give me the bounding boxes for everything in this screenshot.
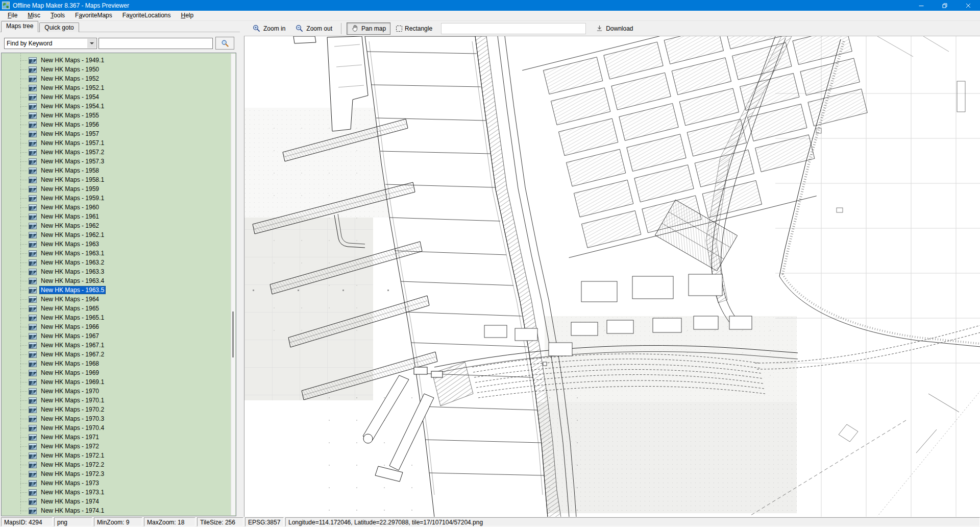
tree-item[interactable]: New HK Maps - 1972.2 (2, 460, 230, 469)
tree-item[interactable]: New HK Maps - 1965 (2, 304, 230, 313)
tree-item[interactable]: New HK Maps - 1963.2 (2, 258, 230, 267)
tree-item[interactable]: New HK Maps - 1963.4 (2, 276, 230, 285)
tree-item-label: New HK Maps - 1963.1 (39, 249, 106, 257)
tree-item[interactable]: New HK Maps - 1958 (2, 166, 230, 175)
map-image-icon (29, 223, 37, 229)
tree-item[interactable]: New HK Maps - 1955 (2, 111, 230, 120)
menu-tools[interactable]: Tools (45, 11, 70, 20)
tree-item[interactable]: New HK Maps - 1967 (2, 331, 230, 341)
menu-help[interactable]: Help (176, 11, 199, 20)
search-row: Find by Keyword (4, 36, 238, 49)
tree-item[interactable]: New HK Maps - 1974 (2, 497, 230, 506)
status-max-zoom: MaxZoom: 18 (144, 517, 195, 526)
tree-item[interactable]: New HK Maps - 1970.2 (2, 405, 230, 414)
tree-scrollbar-thumb[interactable] (232, 312, 234, 357)
panel-splitter[interactable] (240, 21, 244, 517)
toolbar-input[interactable] (441, 23, 586, 34)
menu-misc[interactable]: Misc (22, 11, 45, 20)
tree-item[interactable]: New HK Maps - 1962 (2, 221, 230, 230)
chevron-down-icon (90, 42, 94, 46)
find-mode-combobox[interactable]: Find by Keyword (4, 38, 97, 49)
rectangle-button[interactable]: Rectangle (391, 22, 437, 35)
tree-item[interactable]: New HK Maps - 1970 (2, 387, 230, 396)
tree-item[interactable]: New HK Maps - 1967.1 (2, 341, 230, 350)
menu-file[interactable]: File (3, 11, 22, 20)
toolbar-separator (341, 23, 341, 34)
status-maps-id: MapsID: 4294 (1, 517, 53, 526)
title-bar[interactable]: Offline Map Maker 8.367 - Maps Previewer (0, 0, 980, 11)
tree-item[interactable]: New HK Maps - 1957.3 (2, 157, 230, 166)
tree-item[interactable]: New HK Maps - 1957.1 (2, 138, 230, 148)
tree-item[interactable]: New HK Maps - 1969 (2, 368, 230, 377)
tree-item[interactable]: New HK Maps - 1950 (2, 65, 230, 74)
map-image-icon (29, 57, 37, 64)
tree-scrollbar[interactable] (231, 54, 235, 515)
zoom-out-button[interactable]: Zoom out (291, 22, 337, 35)
tree-item[interactable]: New HK Maps - 1972.3 (2, 469, 230, 478)
zoom-in-button[interactable]: Zoom in (248, 22, 290, 35)
tree-item[interactable]: New HK Maps - 1964 (2, 295, 230, 304)
tree-item[interactable]: New HK Maps - 1967.2 (2, 350, 230, 359)
pan-map-button[interactable]: Pan map (347, 22, 390, 35)
tree-item-label: New HK Maps - 1957 (39, 130, 101, 138)
tree-item-label: New HK Maps - 1965 (39, 304, 101, 313)
tree-item[interactable]: New HK Maps - 1966 (2, 322, 230, 331)
tree-item[interactable]: New HK Maps - 1973.1 (2, 488, 230, 497)
restore-button[interactable] (933, 0, 957, 11)
tree-item[interactable]: New HK Maps - 1963.3 (2, 267, 230, 276)
tree-item[interactable]: New HK Maps - 1961 (2, 212, 230, 221)
tree-item[interactable]: New HK Maps - 1972.1 (2, 451, 230, 460)
tree-item[interactable]: New HK Maps - 1963.5 (2, 285, 230, 295)
tab-quick-goto[interactable]: Quick goto (39, 22, 79, 32)
tree-item[interactable]: New HK Maps - 1963 (2, 239, 230, 249)
close-button[interactable] (957, 0, 980, 11)
tree-item[interactable]: New HK Maps - 1949.1 (2, 56, 230, 65)
status-bar: MapsID: 4294 png MinZoom: 9 MaxZoom: 18 … (0, 517, 980, 527)
tree-item[interactable]: New HK Maps - 1956 (2, 120, 230, 129)
map-image-icon (29, 333, 37, 340)
pan-map-label: Pan map (361, 25, 386, 32)
tree-item[interactable]: New HK Maps - 1960 (2, 203, 230, 212)
tree-item[interactable]: New HK Maps - 1958.1 (2, 175, 230, 184)
map-image-icon (29, 269, 37, 275)
map-image-icon (29, 425, 37, 432)
tree-item[interactable]: New HK Maps - 1952 (2, 74, 230, 83)
tree-item[interactable]: New HK Maps - 1970.1 (2, 396, 230, 405)
search-button[interactable] (215, 37, 234, 50)
tree-item-label: New HK Maps - 1970.4 (39, 424, 106, 432)
tab-maps-tree[interactable]: Maps tree (1, 21, 38, 32)
magnifier-plus-icon (253, 25, 261, 33)
tree-item[interactable]: New HK Maps - 1968 (2, 359, 230, 368)
app-world-map-icon (2, 2, 10, 9)
map-image-icon (29, 296, 37, 303)
map-image-icon (29, 351, 37, 358)
tree-item[interactable]: New HK Maps - 1962.1 (2, 230, 230, 239)
tree-item[interactable]: New HK Maps - 1959.1 (2, 194, 230, 203)
tree-item[interactable]: New HK Maps - 1973 (2, 478, 230, 488)
tree-item-label: New HK Maps - 1973 (39, 479, 101, 487)
tree-item[interactable]: New HK Maps - 1954 (2, 92, 230, 102)
tree-item[interactable]: New HK Maps - 1965.1 (2, 313, 230, 322)
map-preview[interactable] (244, 36, 980, 517)
menu-favoritemaps[interactable]: FavoriteMaps (70, 11, 117, 20)
tree-item[interactable]: New HK Maps - 1969.1 (2, 377, 230, 387)
tree-item[interactable]: New HK Maps - 1970.3 (2, 414, 230, 423)
download-button[interactable]: Download (591, 22, 638, 35)
tree-item[interactable]: New HK Maps - 1957 (2, 129, 230, 138)
tree-item[interactable]: New HK Maps - 1959 (2, 184, 230, 194)
tree-item[interactable]: New HK Maps - 1970.4 (2, 423, 230, 433)
tree-item[interactable]: New HK Maps - 1957.2 (2, 148, 230, 157)
menu-favoritelocations[interactable]: FavoriteLocations (117, 11, 176, 20)
search-input[interactable] (99, 38, 213, 49)
tree-item[interactable]: New HK Maps - 1963.1 (2, 249, 230, 258)
tree-item[interactable]: New HK Maps - 1972 (2, 442, 230, 451)
combo-dropdown-button[interactable] (87, 39, 96, 48)
tree-item[interactable]: New HK Maps - 1974.1 (2, 506, 230, 515)
minimize-button[interactable] (910, 0, 933, 11)
tree-item[interactable]: New HK Maps - 1954.1 (2, 102, 230, 111)
rectangle-label: Rectangle (405, 25, 432, 32)
tree-item[interactable]: New HK Maps - 1952.1 (2, 83, 230, 92)
tree-item-label: New HK Maps - 1963.4 (39, 277, 106, 285)
tree-item[interactable]: New HK Maps - 1971 (2, 433, 230, 442)
download-label: Download (606, 25, 633, 32)
